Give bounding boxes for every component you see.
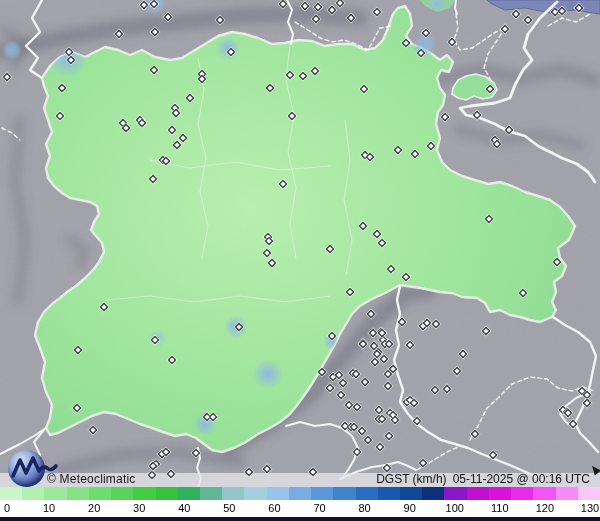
station-marker[interactable] (347, 14, 355, 22)
station-marker[interactable] (192, 449, 200, 457)
station-marker[interactable] (369, 329, 377, 337)
station-marker[interactable] (387, 265, 395, 273)
station-marker[interactable] (56, 112, 64, 120)
station-marker[interactable] (67, 56, 75, 64)
station-marker[interactable] (359, 222, 367, 230)
station-marker[interactable] (364, 436, 372, 444)
station-marker[interactable] (115, 30, 123, 38)
station-marker[interactable] (288, 112, 296, 120)
station-marker[interactable] (493, 140, 501, 148)
station-marker[interactable] (312, 15, 320, 23)
station-marker[interactable] (471, 430, 479, 438)
station-marker[interactable] (318, 368, 326, 376)
station-marker[interactable] (345, 401, 353, 409)
station-marker[interactable] (402, 39, 410, 47)
station-marker[interactable] (486, 85, 494, 93)
station-marker[interactable] (301, 2, 309, 10)
station-marker[interactable] (385, 432, 393, 440)
station-marker[interactable] (575, 4, 583, 12)
station-marker[interactable] (173, 141, 181, 149)
attribution[interactable]: © Meteoclimatic (47, 472, 136, 486)
station-marker[interactable] (410, 399, 418, 407)
station-marker[interactable] (266, 84, 274, 92)
station-marker[interactable] (328, 6, 336, 14)
station-marker[interactable] (122, 124, 130, 132)
station-marker[interactable] (167, 470, 175, 478)
station-marker[interactable] (417, 49, 425, 57)
station-marker[interactable] (371, 358, 379, 366)
station-marker[interactable] (564, 409, 572, 417)
station-marker[interactable] (432, 320, 440, 328)
station-marker[interactable] (353, 448, 361, 456)
station-marker[interactable] (65, 48, 73, 56)
station-marker[interactable] (140, 1, 148, 9)
station-marker[interactable] (406, 341, 414, 349)
station-marker[interactable] (501, 25, 509, 33)
station-marker[interactable] (558, 7, 566, 15)
station-marker[interactable] (179, 134, 187, 142)
station-marker[interactable] (198, 75, 206, 83)
station-marker[interactable] (373, 8, 381, 16)
station-marker[interactable] (328, 332, 336, 340)
station-marker[interactable] (448, 38, 456, 46)
station-marker[interactable] (485, 215, 493, 223)
station-marker[interactable] (366, 153, 374, 161)
station-marker[interactable] (89, 426, 97, 434)
station-marker[interactable] (58, 84, 66, 92)
station-marker[interactable] (512, 10, 520, 18)
station-marker[interactable] (378, 239, 386, 247)
station-marker[interactable] (569, 420, 577, 428)
station-marker[interactable] (186, 94, 194, 102)
station-marker[interactable] (443, 385, 451, 393)
station-marker[interactable] (100, 303, 108, 311)
station-marker[interactable] (268, 259, 276, 267)
station-marker[interactable] (353, 403, 361, 411)
station-marker[interactable] (489, 451, 497, 459)
station-marker[interactable] (168, 126, 176, 134)
station-marker[interactable] (583, 399, 591, 407)
station-marker[interactable] (337, 391, 345, 399)
station-marker[interactable] (309, 468, 317, 476)
station-marker[interactable] (360, 85, 368, 93)
station-marker[interactable] (339, 379, 347, 387)
station-marker[interactable] (172, 109, 180, 117)
station-marker[interactable] (150, 66, 158, 74)
station-marker[interactable] (413, 417, 421, 425)
station-marker[interactable] (358, 427, 366, 435)
station-marker[interactable] (73, 404, 81, 412)
station-marker[interactable] (265, 237, 273, 245)
station-marker[interactable] (326, 245, 334, 253)
station-marker[interactable] (473, 111, 481, 119)
station-marker[interactable] (235, 323, 243, 331)
station-marker[interactable] (151, 336, 159, 344)
station-marker[interactable] (263, 249, 271, 257)
station-marker[interactable] (279, 0, 287, 8)
station-marker[interactable] (419, 459, 427, 467)
station-marker[interactable] (168, 356, 176, 364)
station-marker[interactable] (431, 386, 439, 394)
station-marker[interactable] (373, 230, 381, 238)
station-marker[interactable] (209, 413, 217, 421)
station-marker[interactable] (367, 310, 375, 318)
station-marker[interactable] (346, 288, 354, 296)
station-marker[interactable] (263, 465, 271, 473)
station-marker[interactable] (151, 28, 159, 36)
station-marker[interactable] (427, 142, 435, 150)
station-marker[interactable] (383, 464, 391, 472)
station-marker[interactable] (422, 29, 430, 37)
station-marker[interactable] (378, 329, 386, 337)
station-marker[interactable] (314, 3, 322, 11)
station-marker[interactable] (384, 382, 392, 390)
station-marker[interactable] (459, 350, 467, 358)
station-marker[interactable] (380, 355, 388, 363)
station-marker[interactable] (411, 150, 419, 158)
station-marker[interactable] (164, 13, 172, 21)
station-marker[interactable] (453, 367, 461, 375)
station-marker[interactable] (441, 113, 449, 121)
station-marker[interactable] (398, 318, 406, 326)
station-marker[interactable] (391, 416, 399, 424)
station-marker[interactable] (138, 119, 146, 127)
station-marker[interactable] (482, 327, 490, 335)
station-marker[interactable] (505, 126, 513, 134)
station-marker[interactable] (375, 406, 383, 414)
